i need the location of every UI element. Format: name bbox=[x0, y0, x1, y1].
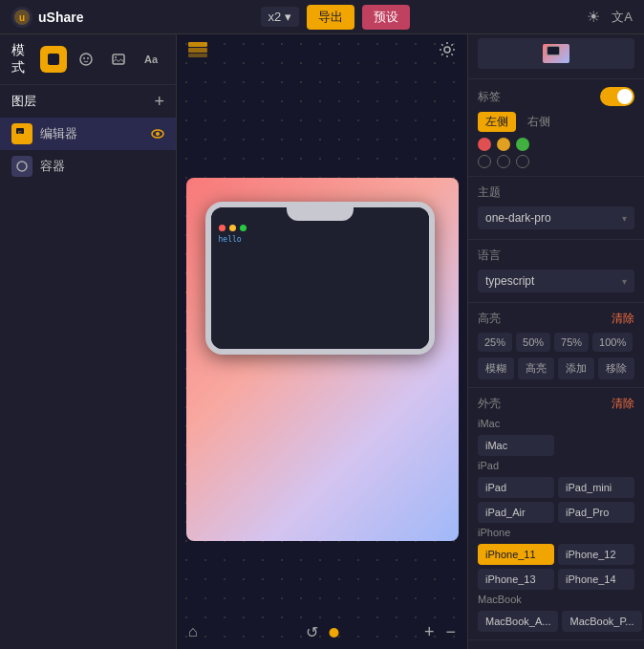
minus-icon[interactable]: − bbox=[445, 622, 456, 642]
preset-button[interactable]: 预设 bbox=[362, 5, 410, 30]
right-sidebar: 标签 左侧 右侧 主题 bbox=[467, 34, 644, 649]
device-btn-ipad-pro[interactable]: iPad_Pro bbox=[558, 502, 634, 523]
device-btn-iphone-14[interactable]: iPhone_14 bbox=[558, 569, 634, 590]
theme-label: 主题 bbox=[478, 184, 634, 201]
mode-label: 模式 bbox=[11, 42, 32, 76]
preview-thumbnail bbox=[478, 38, 634, 69]
mode-icon-photo[interactable] bbox=[105, 46, 132, 73]
mode-icon-image[interactable] bbox=[40, 46, 67, 73]
ipad-grid: iPad iPad_mini iPad_Air iPad_Pro bbox=[478, 477, 634, 523]
layer-item-editor[interactable]: E 编辑器 bbox=[0, 118, 176, 150]
layers-title: 图层 bbox=[11, 93, 154, 110]
mode-icon-face[interactable] bbox=[73, 46, 99, 73]
layer-container-icon bbox=[11, 156, 32, 177]
zoom-chevron-icon: ▾ bbox=[285, 10, 291, 24]
app-logo: u uShare bbox=[11, 7, 83, 28]
highlight-action-row: 模糊 高亮 添加 移除 bbox=[478, 357, 634, 379]
hl-blur-btn[interactable]: 模糊 bbox=[478, 357, 514, 379]
dot-green[interactable] bbox=[516, 138, 529, 151]
svg-rect-2 bbox=[48, 54, 59, 65]
dot-empty-3[interactable] bbox=[516, 155, 529, 168]
export-button[interactable]: 导出 bbox=[307, 5, 354, 30]
device-btn-iphone-11[interactable]: iPhone_11 bbox=[478, 544, 554, 565]
svg-text:u: u bbox=[19, 12, 25, 23]
hl-add-btn[interactable]: 添加 bbox=[558, 357, 594, 379]
refresh-icon[interactable]: ↺ bbox=[306, 623, 318, 641]
left-sidebar: 模式 bbox=[0, 34, 177, 649]
tags-toggle[interactable] bbox=[600, 87, 634, 106]
dot-yellow[interactable] bbox=[497, 138, 510, 151]
theme-chevron-icon: ▾ bbox=[622, 213, 627, 224]
imac-group-label: iMac bbox=[478, 418, 634, 429]
dots-row-empty bbox=[478, 155, 634, 168]
layers-icon[interactable] bbox=[188, 42, 207, 61]
canvas-bottom-center: ↺ bbox=[306, 623, 339, 641]
hl-highlight-btn[interactable]: 高亮 bbox=[518, 357, 554, 379]
highlight-pct-row: 25% 50% 75% 100% bbox=[478, 333, 634, 352]
zoom-indicator bbox=[330, 628, 339, 638]
tags-label: 标签 bbox=[478, 89, 594, 105]
canvas-area: hello ⌂ + − ↺ bbox=[177, 34, 467, 649]
topbar-center: x2 ▾ 导出 预设 bbox=[261, 5, 411, 30]
tab-right[interactable]: 右侧 bbox=[520, 112, 558, 132]
theme-select[interactable]: one-dark-pro ▾ bbox=[478, 206, 634, 229]
device-btn-macbook-p[interactable]: MacBook_P... bbox=[562, 611, 641, 632]
dot-empty-2[interactable] bbox=[497, 155, 510, 168]
device-btn-ipad-mini[interactable]: iPad_mini bbox=[558, 477, 634, 498]
canvas-tools-left bbox=[188, 42, 207, 61]
dot-empty-1[interactable] bbox=[478, 155, 491, 168]
dots-row-filled bbox=[478, 138, 634, 151]
dot-red[interactable] bbox=[478, 138, 491, 151]
svg-point-11 bbox=[156, 132, 160, 136]
device-btn-iphone-12[interactable]: iPhone_12 bbox=[558, 544, 634, 565]
sun-icon[interactable]: ☀ bbox=[587, 8, 600, 26]
thumb-inner bbox=[543, 44, 569, 63]
phone-mockup: hello bbox=[186, 178, 459, 541]
mode-icons: Aa bbox=[40, 46, 164, 73]
layer-visibility-icon[interactable] bbox=[151, 127, 164, 141]
language-icon[interactable]: 文A bbox=[612, 9, 633, 26]
macbook-group-label: MacBook bbox=[478, 594, 634, 605]
device-btn-ipad-air[interactable]: iPad_Air bbox=[478, 502, 554, 523]
hl-btn-25[interactable]: 25% bbox=[478, 333, 512, 352]
hl-btn-50[interactable]: 50% bbox=[516, 333, 550, 352]
device-btn-macbook-a[interactable]: MacBook_A... bbox=[478, 611, 558, 632]
svg-text:E: E bbox=[18, 130, 22, 136]
hl-btn-100[interactable]: 100% bbox=[592, 333, 633, 352]
highlight-label: 高亮 bbox=[478, 311, 606, 327]
tags-row: 标签 bbox=[478, 87, 634, 106]
settings-icon[interactable] bbox=[439, 41, 456, 62]
zoom-value: x2 bbox=[268, 10, 282, 24]
lang-chevron-icon: ▾ bbox=[622, 276, 627, 287]
device-btn-imac[interactable]: iMac bbox=[478, 435, 554, 456]
device-btn-iphone-13[interactable]: iPhone_13 bbox=[478, 569, 554, 590]
thumbnail-section bbox=[468, 34, 644, 79]
phone-device: hello bbox=[205, 202, 435, 355]
thumb-phone bbox=[547, 46, 560, 55]
highlight-clear[interactable]: 清除 bbox=[612, 311, 634, 327]
zoom-selector[interactable]: x2 ▾ bbox=[261, 7, 300, 27]
home-icon[interactable]: ⌂ bbox=[188, 623, 198, 640]
theme-row: 主题 bbox=[478, 184, 634, 201]
tab-left[interactable]: 左侧 bbox=[478, 112, 516, 132]
hl-remove-btn[interactable]: 移除 bbox=[598, 357, 634, 379]
app-name: uShare bbox=[38, 10, 83, 25]
layer-editor-icon: E bbox=[11, 123, 32, 144]
layer-item-container[interactable]: 容器 bbox=[0, 150, 176, 183]
traffic-light-red bbox=[219, 225, 225, 231]
device-btn-ipad[interactable]: iPad bbox=[478, 477, 554, 498]
layer-container-name: 容器 bbox=[40, 158, 164, 175]
topbar-right: ☀ 文A bbox=[587, 8, 633, 26]
highlight-row: 高亮 清除 bbox=[478, 311, 634, 327]
add-layer-button[interactable]: + bbox=[154, 93, 164, 110]
svg-point-3 bbox=[80, 54, 92, 65]
macbook-grid: MacBook_A... MacBook_P... bbox=[478, 611, 634, 632]
svg-point-7 bbox=[115, 56, 117, 58]
mode-icon-text[interactable]: Aa bbox=[138, 46, 164, 73]
layers-header: 图层 + bbox=[0, 85, 176, 118]
lang-select[interactable]: typescript ▾ bbox=[478, 270, 634, 292]
tags-section: 标签 左侧 右侧 bbox=[468, 79, 644, 177]
add-icon[interactable]: + bbox=[424, 622, 435, 642]
shell-clear[interactable]: 清除 bbox=[612, 396, 634, 412]
hl-btn-75[interactable]: 75% bbox=[554, 333, 589, 352]
